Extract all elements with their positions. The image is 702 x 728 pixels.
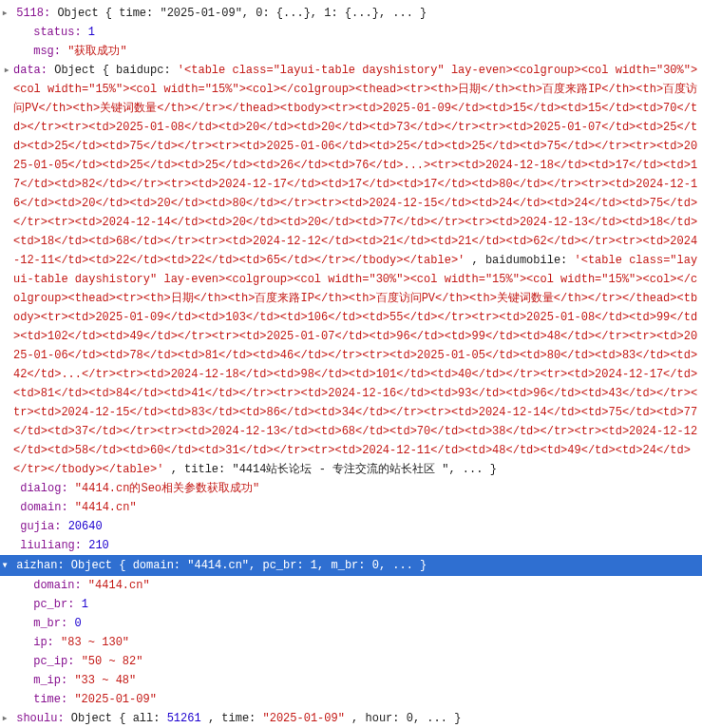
key-liuliang: liuliang	[20, 539, 75, 552]
row-msg[interactable]: msg: "获取成功"	[0, 42, 702, 61]
row-aizhan-pcip[interactable]: pc_ip: "50 ~ 82"	[0, 652, 702, 671]
row-aizhan-ip[interactable]: ip: "83 ~ 130"	[0, 633, 702, 652]
key-5118: 5118	[16, 7, 44, 20]
val-dialog: "4414.cn的Seo相关参数获取成功"	[75, 482, 259, 495]
key-data: data	[13, 64, 41, 77]
key-status: status	[33, 26, 74, 39]
expand-icon[interactable]: ▸	[0, 61, 13, 80]
val-status: 1	[88, 26, 95, 39]
row-5118[interactable]: ▸ 5118: Object { time: "2025-01-09", 0: …	[0, 4, 702, 23]
row-dialog[interactable]: dialog: "4414.cn的Seo相关参数获取成功"	[0, 479, 702, 498]
key-aizhan: aizhan	[16, 559, 57, 572]
json-tree: ▸ 5118: Object { time: "2025-01-09", 0: …	[0, 0, 702, 728]
collapse-icon[interactable]: ▾	[0, 556, 9, 575]
row-aizhan-mbr[interactable]: m_br: 0	[0, 614, 702, 633]
key-gujia: gujia	[20, 520, 54, 533]
aizhan-children: domain: "4414.cn" pc_br: 1 m_br: 0 ip: "…	[0, 576, 702, 709]
row-aizhan-time[interactable]: time: "2025-01-09"	[0, 690, 702, 709]
row-gujia[interactable]: gujia: 20640	[0, 517, 702, 536]
val-domain: "4414.cn"	[75, 501, 137, 514]
row-status[interactable]: status: 1	[0, 23, 702, 42]
expand-icon[interactable]: ▸	[0, 709, 9, 728]
val-gujia: 20640	[68, 520, 103, 533]
key-dialog: dialog	[20, 482, 61, 495]
row-aizhan-domain[interactable]: domain: "4414.cn"	[0, 576, 702, 595]
expand-icon[interactable]: ▸	[0, 4, 9, 23]
val-liuliang: 210	[88, 539, 109, 552]
val-msg: "获取成功"	[67, 45, 126, 58]
key-msg: msg	[33, 45, 54, 58]
row-data[interactable]: ▸ data: Object { baidupc: '<table class=…	[0, 61, 702, 479]
key-domain: domain	[20, 501, 61, 514]
val-baidupc: '<table class="layui-table dayshistory" …	[13, 64, 697, 267]
row-domain[interactable]: domain: "4414.cn"	[0, 498, 702, 517]
preview-aizhan: Object { domain: "4414.cn", pc_br: 1, m_…	[71, 559, 427, 572]
preview-5118: Object { time: "2025-01-09", 0: {...}, 1…	[57, 7, 427, 20]
row-liuliang[interactable]: liuliang: 210	[0, 536, 702, 555]
row-aizhan-pcbr[interactable]: pc_br: 1	[0, 595, 702, 614]
row-aizhan-mip[interactable]: m_ip: "33 ~ 48"	[0, 671, 702, 690]
row-aizhan[interactable]: ▾ aizhan: Object { domain: "4414.cn", pc…	[0, 555, 702, 576]
val-baidumobile: '<table class="layui-table dayshistory" …	[13, 254, 697, 476]
row-shoulu[interactable]: ▸ shoulu: Object { all: 51261 , time: "2…	[0, 709, 702, 728]
